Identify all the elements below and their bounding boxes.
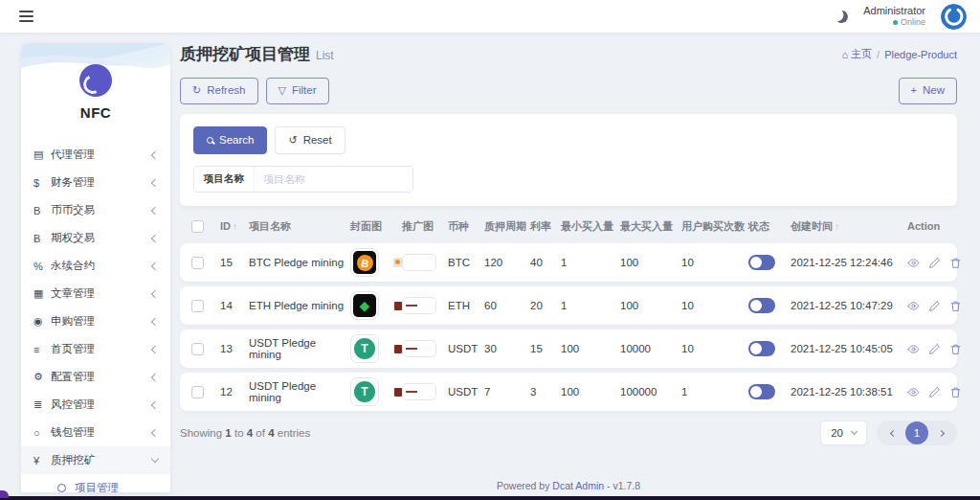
user-name: Administrator — [863, 5, 925, 18]
row-checkbox[interactable] — [191, 300, 204, 312]
dark-mode-icon[interactable] — [835, 9, 850, 24]
sidebar-item-risk-management[interactable]: ≣ 风控管理 — [21, 391, 170, 419]
sidebar-item-agent-management[interactable]: ▤ 代理管理 — [21, 141, 170, 169]
sidebar-toggle-icon[interactable] — [19, 8, 34, 25]
sidebar-item-perpetual-contract[interactable]: % 永续合约 — [21, 252, 170, 280]
edit-icon[interactable] — [928, 257, 941, 269]
reset-icon: ↺ — [288, 135, 297, 146]
usdt-coin-icon: T — [354, 338, 375, 359]
usdt-coin-icon: T — [354, 381, 375, 402]
col-action: Action — [907, 220, 946, 232]
cell-period: 120 — [484, 257, 530, 268]
view-icon[interactable] — [907, 300, 920, 312]
delete-icon[interactable] — [949, 386, 962, 398]
promo-image[interactable] — [402, 340, 436, 357]
pledge-mining-submenu: 项目管理 订单管理 — [21, 474, 170, 492]
delete-icon[interactable] — [949, 257, 962, 269]
chevron-left-icon — [151, 206, 159, 214]
chevron-left-icon — [151, 345, 159, 352]
cell-buy-times: 10 — [681, 300, 748, 311]
sidebar-item-wallet-management[interactable]: ○ 钱包管理 — [21, 419, 170, 446]
status-toggle[interactable] — [748, 384, 775, 399]
row-checkbox[interactable] — [191, 343, 204, 355]
user-avatar[interactable] — [941, 4, 967, 30]
sidebar-item-options-trading[interactable]: Ƀ 期权交易 — [21, 224, 170, 252]
sidebar-item-homepage-management[interactable]: ≡ 首页管理 — [21, 335, 170, 363]
sidebar-item-pledge-mining[interactable]: ¥ 质押挖矿 — [21, 446, 170, 474]
plus-icon: + — [911, 85, 917, 96]
sidebar-item-finance-management[interactable]: $ 财务管理 — [21, 169, 170, 196]
chevron-left-icon — [151, 178, 159, 186]
edit-icon[interactable] — [928, 386, 941, 398]
breadcrumb: ⌂主页 / Pledge-Product — [841, 47, 957, 61]
sidebar-item-article-management[interactable]: ▦ 文章管理 — [21, 280, 170, 307]
delete-icon[interactable] — [949, 300, 962, 312]
filter-button[interactable]: ▽ Filter — [266, 78, 329, 104]
table-header: ID↑ 项目名称 封面图 推广图 币种 质押周期 利率 最小买入量 最大买入量 … — [180, 209, 957, 243]
cell-max-buy: 10000 — [620, 343, 681, 354]
pagination-bar: Showing 1 to 4 of 4 entries 20 1 — [180, 420, 957, 445]
search-icon — [207, 137, 213, 144]
promo-image[interactable] — [402, 297, 436, 314]
row-actions — [907, 257, 962, 269]
promo-image[interactable] — [402, 383, 436, 400]
view-icon[interactable] — [907, 343, 920, 355]
per-page-select[interactable]: 20 — [820, 420, 867, 445]
current-page-button[interactable]: 1 — [905, 421, 928, 444]
row-actions — [907, 343, 962, 355]
version-label: v1.7.8 — [612, 480, 640, 491]
sidebar-item-spot-trading[interactable]: B 币币交易 — [21, 196, 170, 224]
percent-icon: % — [33, 261, 51, 272]
prev-page-button[interactable] — [882, 422, 903, 443]
refresh-button[interactable]: ↻ Refresh — [180, 78, 258, 104]
sort-asc-icon: ↑ — [233, 221, 237, 232]
promo-image[interactable] — [402, 254, 436, 271]
user-info[interactable]: Administrator Online — [863, 5, 925, 29]
edit-icon[interactable] — [928, 300, 941, 312]
view-icon[interactable] — [907, 386, 920, 398]
sidebar-item-subscription-management[interactable]: ◉ 申购管理 — [21, 307, 170, 335]
sidebar-item-project-management[interactable]: 项目管理 — [21, 474, 170, 492]
delete-icon[interactable] — [949, 343, 962, 355]
edit-icon[interactable] — [928, 343, 941, 355]
cover-image[interactable]: T — [350, 377, 379, 406]
cover-image[interactable]: ◆ — [350, 291, 379, 320]
footer: Powered by Dcat Admin - v1.7.8 — [180, 480, 957, 491]
sidebar-item-config-management[interactable]: ⚙ 配置管理 — [21, 363, 170, 391]
entries-summary: Showing 1 to 4 of 4 entries — [180, 427, 310, 439]
status-toggle[interactable] — [748, 255, 775, 270]
cell-coin: USDT — [448, 343, 484, 354]
breadcrumb-current[interactable]: Pledge-Product — [884, 49, 957, 60]
col-id[interactable]: ID↑ — [220, 220, 249, 232]
next-page-button[interactable] — [930, 422, 951, 443]
cell-buy-times: 1 — [681, 386, 748, 398]
reset-button[interactable]: ↺ Reset — [275, 126, 345, 155]
project-name-input[interactable] — [255, 167, 412, 192]
search-panel: Search ↺ Reset 项目名称 — [180, 114, 957, 207]
cover-image[interactable]: T — [350, 334, 379, 363]
cell-created: 2021-12-25 12:24:46 — [791, 257, 907, 268]
row-checkbox[interactable] — [191, 257, 204, 269]
row-actions — [907, 386, 962, 398]
refresh-icon: ↻ — [192, 85, 201, 96]
cell-name: USDT Pledge mining — [249, 380, 350, 403]
row-checkbox[interactable] — [191, 386, 204, 398]
cover-image[interactable]: B — [350, 248, 379, 277]
select-all-checkbox[interactable] — [191, 220, 204, 233]
status-toggle[interactable] — [748, 341, 775, 356]
cell-coin: ETH — [448, 300, 484, 311]
cell-buy-times: 10 — [681, 343, 748, 354]
status-toggle[interactable] — [748, 298, 775, 313]
breadcrumb-home[interactable]: ⌂主页 — [841, 47, 872, 61]
page-subtitle: List — [316, 49, 334, 62]
project-name-label: 项目名称 — [194, 167, 255, 192]
dcat-admin-link[interactable]: Dcat Admin — [552, 480, 604, 491]
view-icon[interactable] — [907, 257, 920, 269]
btc-coin-icon: B — [355, 253, 374, 272]
col-created[interactable]: 创建时间↑ — [791, 219, 907, 234]
col-coin: 币种 — [448, 219, 484, 234]
new-button[interactable]: + New — [899, 78, 957, 104]
col-status: 状态 — [748, 219, 791, 234]
search-button[interactable]: Search — [193, 126, 267, 155]
bars-icon: ≡ — [33, 344, 51, 355]
